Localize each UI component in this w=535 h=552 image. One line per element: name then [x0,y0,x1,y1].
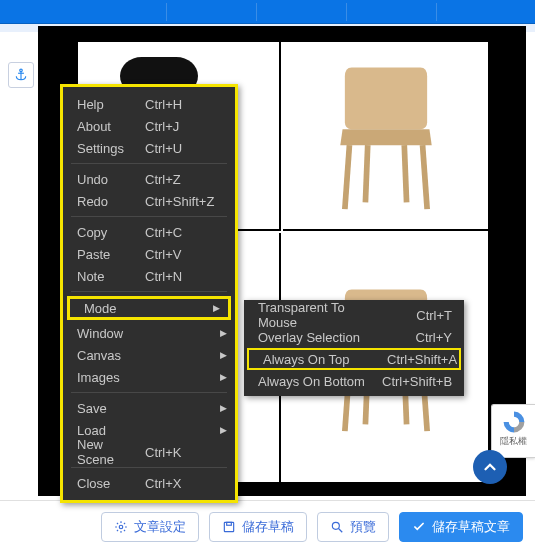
gear-icon [114,520,128,534]
anchor-icon [14,68,28,82]
article-settings-button[interactable]: 文章設定 [101,512,199,542]
menu-item-shortcut: Ctrl+Z [141,172,225,187]
menu-item-label: Help [77,97,141,112]
context-menu: HelpCtrl+HAboutCtrl+JSettingsCtrl+UUndoC… [60,84,238,503]
menu-item-shortcut: Ctrl+U [141,141,225,156]
menu-item-shortcut: Ctrl+V [141,247,225,262]
menu-item-label: Copy [77,225,141,240]
menu-item-close[interactable]: CloseCtrl+X [63,472,235,494]
menu-separator [71,291,227,292]
chevron-right-icon: ▶ [220,328,227,338]
menu-item-label: Paste [77,247,141,262]
svg-line-6 [404,145,406,202]
menu-item-label: Save [77,401,141,416]
menu-item-label: Images [77,370,141,385]
submenu-item-always-on-top[interactable]: Always On TopCtrl+Shift+A [247,348,461,370]
menu-item-label: Mode [84,301,144,316]
menu-separator [71,392,227,393]
menu-item-note[interactable]: NoteCtrl+N [63,265,235,287]
recaptcha-badge: 隱私權 [491,404,535,458]
save-icon [222,520,236,534]
grid-cell[interactable] [283,42,488,231]
scroll-top-button[interactable] [473,450,507,484]
menu-item-shortcut: Ctrl+K [141,445,225,460]
menu-item-label: Window [77,326,141,341]
save-draft-article-button[interactable]: 儲存草稿文章 [399,512,523,542]
menu-item-shortcut: Ctrl+H [141,97,225,112]
chevron-up-icon [481,458,499,476]
menu-item-window[interactable]: Window▶ [63,322,235,344]
save-draft-button[interactable]: 儲存草稿 [209,512,307,542]
button-label: 預覽 [350,518,376,536]
chevron-right-icon: ▶ [220,372,227,382]
button-label: 文章設定 [134,518,186,536]
svg-rect-12 [224,522,233,531]
submenu-item-always-on-bottom[interactable]: Always On BottomCtrl+Shift+B [244,370,464,392]
menu-item-label: Always On Bottom [258,374,378,389]
top-ribbon [0,0,535,24]
menu-item-shortcut: Ctrl+Y [378,330,454,345]
menu-item-paste[interactable]: PasteCtrl+V [63,243,235,265]
submenu-item-overlay-selection[interactable]: Overlay SelectionCtrl+Y [244,326,464,348]
chevron-right-icon: ▶ [220,425,227,435]
menu-item-label: Overlay Selection [258,330,378,345]
menu-item-about[interactable]: AboutCtrl+J [63,115,235,137]
chevron-right-icon: ▶ [220,350,227,360]
menu-item-label: About [77,119,141,134]
svg-line-15 [339,528,343,532]
menu-separator [71,467,227,468]
menu-item-label: Load [77,423,141,438]
recaptcha-label: 隱私權 [500,435,527,448]
chevron-right-icon: ▶ [213,303,220,313]
menu-item-redo[interactable]: RedoCtrl+Shift+Z [63,190,235,212]
menu-item-label: New Scene [77,437,141,467]
bottom-toolbar: 文章設定 儲存草稿 預覽 儲存草稿文章 [0,500,535,552]
menu-item-help[interactable]: HelpCtrl+H [63,93,235,115]
menu-item-copy[interactable]: CopyCtrl+C [63,221,235,243]
preview-button[interactable]: 預覽 [317,512,389,542]
menu-separator [71,216,227,217]
menu-item-canvas[interactable]: Canvas▶ [63,344,235,366]
svg-line-4 [422,145,427,209]
menu-item-images[interactable]: Images▶ [63,366,235,388]
svg-line-3 [344,145,349,209]
menu-item-label: Always On Top [263,352,383,367]
menu-item-label: Close [77,476,141,491]
menu-item-mode[interactable]: Mode▶ [67,296,231,320]
mode-submenu: Transparent To MouseCtrl+TOverlay Select… [244,300,464,396]
menu-item-label: Note [77,269,141,284]
chevron-right-icon: ▶ [220,403,227,413]
svg-point-0 [20,69,23,72]
menu-item-shortcut: Ctrl+Shift+B [378,374,454,389]
menu-item-label: Undo [77,172,141,187]
svg-line-5 [365,145,367,202]
menu-item-label: Canvas [77,348,141,363]
menu-item-save[interactable]: Save▶ [63,397,235,419]
menu-separator [71,163,227,164]
menu-item-shortcut: Ctrl+Shift+Z [141,194,225,209]
button-label: 儲存草稿文章 [432,518,510,536]
submenu-item-transparent-to-mouse[interactable]: Transparent To MouseCtrl+T [244,304,464,326]
menu-item-new-scene[interactable]: New SceneCtrl+K [63,441,235,463]
menu-item-shortcut: Ctrl+J [141,119,225,134]
menu-item-undo[interactable]: UndoCtrl+Z [63,168,235,190]
menu-item-shortcut: Ctrl+T [378,308,454,323]
menu-item-shortcut: Ctrl+Shift+A [383,352,459,367]
menu-item-shortcut: Ctrl+X [141,476,225,491]
menu-item-settings[interactable]: SettingsCtrl+U [63,137,235,159]
menu-item-shortcut: Ctrl+N [141,269,225,284]
menu-item-label: Settings [77,141,141,156]
button-label: 儲存草稿 [242,518,294,536]
menu-item-label: Redo [77,194,141,209]
menu-item-shortcut: Ctrl+C [141,225,225,240]
anchor-tool[interactable] [8,62,34,88]
check-icon [412,520,426,534]
svg-point-14 [332,522,339,529]
svg-point-11 [119,525,123,529]
chair-image [316,56,456,216]
search-icon [330,520,344,534]
recaptcha-icon [501,409,527,435]
svg-rect-13 [227,522,232,525]
